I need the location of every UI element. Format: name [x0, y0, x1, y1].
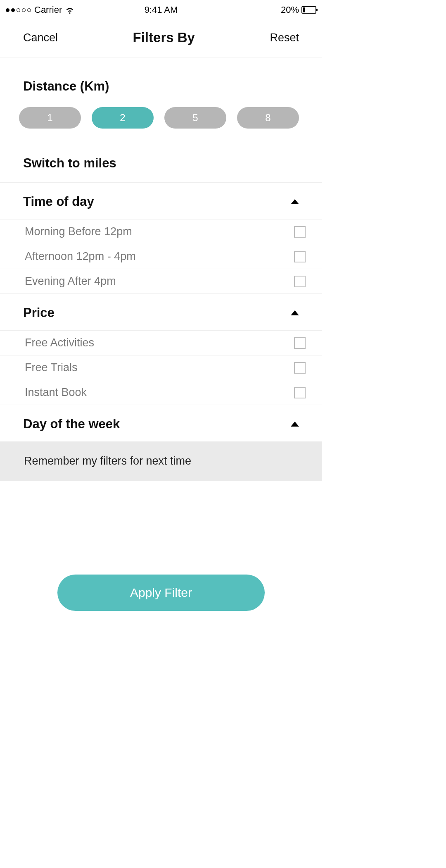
- chevron-up-icon: [291, 199, 299, 204]
- checkbox[interactable]: [294, 251, 306, 262]
- distance-pill-8[interactable]: 8: [237, 107, 299, 129]
- price-option-free-activities[interactable]: Free Activities: [0, 330, 322, 355]
- distance-pill-2[interactable]: 2: [92, 107, 154, 129]
- status-time: 9:41 AM: [145, 5, 178, 15]
- price-option-label: Instant Book: [25, 386, 87, 399]
- day-of-week-title: Day of the week: [23, 417, 120, 432]
- price-title: Price: [23, 305, 55, 320]
- time-option-morning[interactable]: Morning Before 12pm: [0, 219, 322, 244]
- signal-dots-icon: [6, 8, 31, 12]
- checkbox[interactable]: [294, 362, 306, 374]
- apply-button-wrap: Apply Filter: [0, 575, 322, 611]
- switch-to-miles-button[interactable]: Switch to miles: [0, 132, 322, 183]
- status-right: 20%: [281, 5, 316, 15]
- carrier-label: Carrier: [34, 5, 62, 15]
- battery-percentage: 20%: [281, 5, 299, 15]
- distance-options: 1 2 5 8: [19, 101, 299, 132]
- cancel-button[interactable]: Cancel: [23, 31, 58, 44]
- time-of-day-title: Time of day: [23, 194, 94, 209]
- price-option-label: Free Activities: [25, 336, 94, 349]
- time-of-day-header[interactable]: Time of day: [0, 183, 322, 219]
- reset-button[interactable]: Reset: [270, 31, 299, 44]
- time-option-label: Morning Before 12pm: [25, 225, 132, 238]
- chevron-up-icon: [291, 310, 299, 315]
- time-option-afternoon[interactable]: Afternoon 12pm - 4pm: [0, 244, 322, 269]
- price-option-free-trials[interactable]: Free Trials: [0, 355, 322, 380]
- checkbox[interactable]: [294, 387, 306, 398]
- checkbox[interactable]: [294, 337, 306, 349]
- chevron-up-icon: [291, 422, 299, 427]
- status-left: Carrier: [6, 5, 74, 15]
- price-option-instant-book[interactable]: Instant Book: [0, 380, 322, 405]
- time-option-label: Afternoon 12pm - 4pm: [25, 250, 136, 263]
- distance-section: Distance (Km) 1 2 5 8: [0, 57, 322, 132]
- checkbox[interactable]: [294, 226, 306, 238]
- day-of-week-header[interactable]: Day of the week: [0, 405, 322, 441]
- distance-pill-1[interactable]: 1: [19, 107, 81, 129]
- remember-filters-toggle[interactable]: Remember my filters for next time: [0, 441, 322, 481]
- status-bar: Carrier 9:41 AM 20%: [0, 0, 322, 18]
- wifi-icon: [65, 5, 74, 14]
- battery-icon: [301, 6, 316, 14]
- page-title: Filters By: [133, 30, 195, 45]
- price-header[interactable]: Price: [0, 294, 322, 330]
- nav-header: Cancel Filters By Reset: [0, 18, 322, 57]
- price-option-label: Free Trials: [25, 361, 78, 374]
- distance-title: Distance (Km): [23, 79, 299, 101]
- time-option-evening[interactable]: Evening After 4pm: [0, 269, 322, 294]
- apply-filter-button[interactable]: Apply Filter: [57, 575, 265, 611]
- time-option-label: Evening After 4pm: [25, 275, 116, 288]
- checkbox[interactable]: [294, 276, 306, 287]
- distance-pill-5[interactable]: 5: [164, 107, 226, 129]
